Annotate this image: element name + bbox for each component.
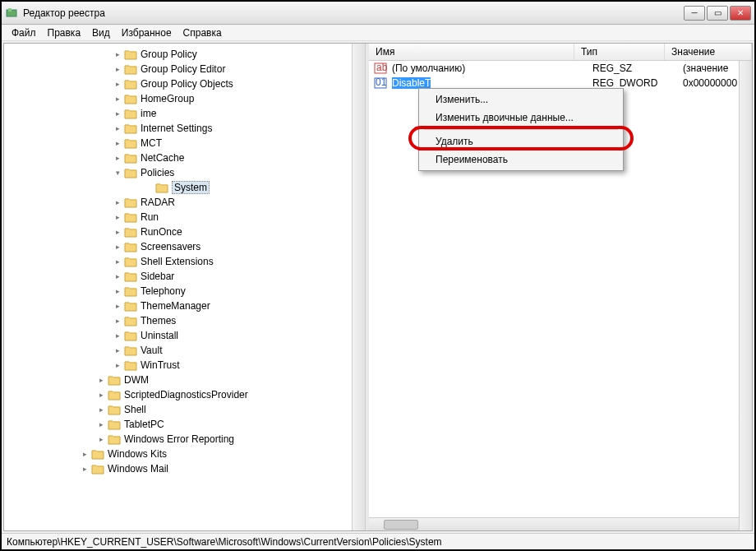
- tree-item-tabletpc[interactable]: ▸TabletPC: [6, 417, 363, 432]
- tree-item-internet-settings[interactable]: ▸Internet Settings: [6, 121, 363, 136]
- value-type: REG_DWORD: [588, 77, 678, 89]
- expander-icon[interactable]: ▸: [113, 79, 122, 89]
- tree-item-shell[interactable]: ▸Shell: [6, 402, 363, 417]
- content-area: ▸Group Policy▸Group Policy Editor▸Group …: [3, 43, 753, 531]
- tree-item-vault[interactable]: ▸Vault: [6, 343, 363, 358]
- tree-scrollbar[interactable]: [352, 44, 365, 530]
- ctx-modify[interactable]: Изменить...: [421, 90, 621, 109]
- maximize-button[interactable]: ▭: [707, 6, 728, 21]
- expander-icon[interactable]: ▸: [80, 464, 90, 474]
- menu-view[interactable]: Вид: [87, 26, 115, 39]
- tree-item-wintrust[interactable]: ▸WinTrust: [6, 358, 363, 373]
- tree-item-windows-error-reporting[interactable]: ▸Windows Error Reporting: [6, 432, 363, 447]
- expander-icon[interactable]: ▸: [113, 153, 122, 163]
- expander-icon[interactable]: ▸: [113, 345, 122, 355]
- expander-icon[interactable]: ▸: [96, 375, 106, 385]
- menu-favorites[interactable]: Избранное: [117, 26, 177, 39]
- tree-item-scripteddiagnosticsprovider[interactable]: ▸ScriptedDiagnosticsProvider: [6, 387, 363, 402]
- menu-help[interactable]: Справка: [178, 26, 227, 39]
- expander-icon[interactable]: ▸: [113, 109, 122, 118]
- tree-item-system[interactable]: System: [21, 180, 363, 195]
- window-title: Редактор реестра: [23, 7, 684, 19]
- tree-item-policies[interactable]: ▾Policies: [6, 165, 363, 180]
- expander-icon[interactable]: ▸: [113, 227, 122, 237]
- expander-icon[interactable]: ▸: [113, 301, 122, 311]
- window-controls: ─ ▭ ✕: [684, 6, 751, 21]
- app-icon: [5, 7, 18, 20]
- titlebar[interactable]: Редактор реестра ─ ▭ ✕: [2, 2, 754, 25]
- list-vscrollbar[interactable]: [739, 61, 752, 530]
- tree-label: NetCache: [141, 152, 184, 164]
- expander-icon[interactable]: ▸: [113, 242, 122, 252]
- tree-item-netcache[interactable]: ▸NetCache: [6, 150, 363, 165]
- tree-item-windows-kits[interactable]: ▸Windows Kits: [6, 447, 363, 461]
- tree-item-run[interactable]: ▸Run: [6, 210, 363, 225]
- expander-icon[interactable]: ▸: [113, 331, 122, 340]
- tree-label: Shell: [124, 404, 146, 415]
- expander-icon[interactable]: ▸: [96, 434, 106, 444]
- expander-icon[interactable]: ▸: [113, 316, 122, 326]
- tree-label: TabletPC: [124, 419, 164, 430]
- expander-icon[interactable]: ▸: [113, 286, 122, 296]
- menubar: Файл Правка Вид Избранное Справка: [2, 25, 754, 41]
- ctx-separator: [424, 129, 618, 130]
- tree-item-sidebar[interactable]: ▸Sidebar: [6, 269, 363, 284]
- expander-icon[interactable]: ▸: [113, 212, 122, 222]
- ctx-delete[interactable]: Удалить: [421, 132, 621, 150]
- svg-text:ab: ab: [376, 62, 387, 73]
- svg-rect-1: [8, 8, 12, 12]
- expander-icon[interactable]: ▸: [113, 94, 122, 104]
- tree-item-radar[interactable]: ▸RADAR: [6, 195, 363, 210]
- tree-label: Screensavers: [141, 241, 201, 252]
- tree-item-group-policy[interactable]: ▸Group Policy: [6, 47, 363, 62]
- registry-tree[interactable]: ▸Group Policy▸Group Policy Editor▸Group …: [6, 47, 363, 476]
- tree-item-shell-extensions[interactable]: ▸Shell Extensions: [6, 254, 363, 269]
- col-header-type[interactable]: Тип: [574, 44, 665, 60]
- col-header-name[interactable]: Имя: [369, 44, 574, 60]
- tree-item-group-policy-objects[interactable]: ▸Group Policy Objects: [6, 76, 363, 91]
- tree-item-group-policy-editor[interactable]: ▸Group Policy Editor: [6, 62, 363, 76]
- expander-icon[interactable]: ▸: [113, 271, 122, 281]
- expander-icon[interactable]: ▸: [113, 64, 122, 74]
- expander-icon[interactable]: ▸: [113, 360, 122, 370]
- tree-item-homegroup[interactable]: ▸HomeGroup: [6, 91, 363, 106]
- tree-item-screensavers[interactable]: ▸Screensavers: [6, 239, 363, 254]
- tree-item-windows-mail[interactable]: ▸Windows Mail: [6, 461, 363, 476]
- value-name: DisableT: [392, 77, 431, 89]
- tree-item-dwm[interactable]: ▸DWM: [6, 373, 363, 387]
- ctx-rename[interactable]: Переименовать: [421, 150, 621, 169]
- expander-icon[interactable]: ▾: [113, 168, 122, 178]
- expander-icon[interactable]: ▸: [96, 419, 106, 429]
- col-header-data[interactable]: Значение: [665, 44, 752, 60]
- expander-icon[interactable]: ▸: [113, 257, 122, 266]
- tree-item-ime[interactable]: ▸ime: [6, 106, 363, 121]
- menu-file[interactable]: Файл: [7, 26, 41, 39]
- tree-pane[interactable]: ▸Group Policy▸Group Policy Editor▸Group …: [4, 44, 366, 530]
- minimize-button[interactable]: ─: [684, 6, 705, 21]
- expander-icon[interactable]: ▸: [113, 138, 122, 148]
- tree-item-telephony[interactable]: ▸Telephony: [6, 284, 363, 299]
- statusbar: Компьютер\HKEY_CURRENT_USER\Software\Mic…: [2, 533, 754, 549]
- tree-label: ThemeManager: [141, 300, 210, 312]
- tree-label: Themes: [141, 315, 176, 326]
- expander-icon[interactable]: ▸: [96, 405, 106, 414]
- value-type: REG_SZ: [588, 63, 678, 74]
- expander-icon[interactable]: ▸: [80, 449, 90, 459]
- menu-edit[interactable]: Правка: [43, 26, 86, 39]
- tree-item-themes[interactable]: ▸Themes: [6, 313, 363, 328]
- ctx-modify-binary[interactable]: Изменить двоичные данные...: [421, 109, 621, 127]
- value-row[interactable]: ab (По умолчанию) REG_SZ (значение: [369, 61, 752, 76]
- expander-icon[interactable]: ▸: [113, 49, 122, 59]
- tree-item-mct[interactable]: ▸MCT: [6, 136, 363, 150]
- list-hscrollbar[interactable]: [369, 517, 739, 530]
- expander-icon[interactable]: ▸: [113, 197, 122, 207]
- expander-icon[interactable]: ▸: [96, 390, 106, 400]
- tree-label: Windows Kits: [108, 448, 167, 460]
- tree-item-thememanager[interactable]: ▸ThemeManager: [6, 299, 363, 313]
- tree-item-uninstall[interactable]: ▸Uninstall: [6, 328, 363, 343]
- svg-text:011: 011: [376, 76, 387, 88]
- expander-icon[interactable]: ▸: [113, 123, 122, 133]
- close-button[interactable]: ✕: [730, 6, 751, 21]
- tree-item-runonce[interactable]: ▸RunOnce: [6, 225, 363, 239]
- expander-icon[interactable]: [144, 183, 154, 192]
